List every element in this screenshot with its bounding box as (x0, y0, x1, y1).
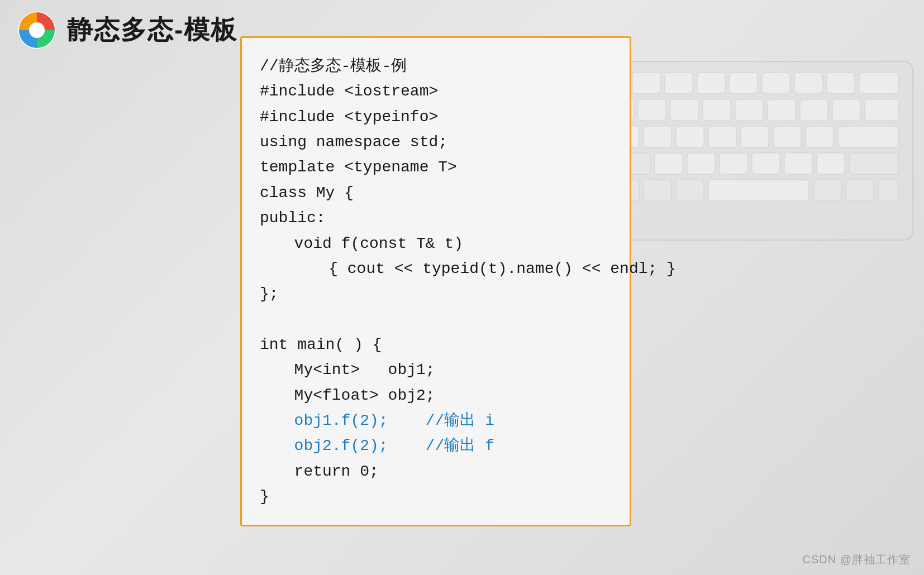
code-line-5: template <typename T> (260, 155, 612, 180)
code-line-1: //静态多态-模板-例 (260, 54, 612, 79)
svg-rect-37 (676, 180, 704, 201)
code-line-4: using namespace std; (260, 130, 612, 155)
svg-rect-8 (827, 73, 855, 94)
svg-rect-14 (735, 99, 763, 121)
svg-rect-23 (741, 126, 769, 147)
code-box: //静态多态-模板-例 #include <iostream> #include… (240, 36, 631, 526)
code-line-14: My<float> obj2; (260, 383, 612, 408)
svg-rect-7 (794, 73, 822, 94)
code-line-15: obj1.f(2); //输出 i (260, 408, 612, 433)
svg-rect-22 (708, 126, 736, 147)
svg-rect-5 (730, 73, 758, 94)
svg-rect-26 (838, 126, 898, 147)
svg-rect-6 (762, 73, 790, 94)
svg-rect-13 (703, 99, 731, 121)
logo-icon (17, 10, 57, 50)
code-line-6: class My { (260, 180, 612, 205)
svg-rect-24 (773, 126, 801, 147)
svg-rect-33 (817, 153, 845, 174)
svg-rect-21 (676, 126, 704, 147)
code-line-8: void f(const T& t) (260, 231, 612, 256)
svg-rect-28 (655, 153, 683, 174)
svg-point-43 (29, 22, 45, 38)
code-line-17: return 0; (260, 459, 612, 484)
watermark: CSDN @胖袖工作室 (802, 552, 911, 567)
svg-rect-9 (859, 73, 898, 94)
svg-rect-25 (806, 126, 833, 147)
svg-rect-15 (768, 99, 796, 121)
code-line-9: { cout << typeid(t).name() << endl; } (260, 256, 612, 281)
code-line-blank (260, 307, 612, 332)
svg-rect-20 (644, 126, 671, 147)
code-line-13: My<int> obj1; (260, 357, 612, 382)
code-line-16: obj2.f(2); //输出 f (260, 433, 612, 458)
svg-rect-3 (665, 73, 693, 94)
svg-rect-31 (752, 153, 780, 174)
svg-rect-38 (708, 180, 809, 201)
svg-rect-40 (846, 180, 874, 201)
svg-rect-17 (832, 99, 860, 121)
code-line-2: #include <iostream> (260, 79, 612, 104)
code-line-7: public: (260, 205, 612, 231)
svg-rect-32 (784, 153, 812, 174)
svg-rect-39 (813, 180, 841, 201)
svg-rect-4 (697, 73, 725, 94)
code-line-12: int main( ) { (260, 332, 612, 357)
code-line-10: }; (260, 281, 612, 306)
svg-rect-36 (644, 180, 671, 201)
svg-rect-34 (849, 153, 898, 174)
svg-rect-2 (632, 73, 660, 94)
svg-rect-18 (865, 99, 898, 121)
code-line-3: #include <typeinfo> (260, 104, 612, 130)
svg-rect-41 (878, 180, 898, 201)
svg-rect-11 (638, 99, 666, 121)
svg-rect-16 (800, 99, 828, 121)
svg-rect-12 (670, 99, 698, 121)
svg-rect-29 (687, 153, 715, 174)
page-title: 静态多态-模板 (67, 13, 237, 47)
code-content: //静态多态-模板-例 #include <iostream> #include… (260, 54, 612, 509)
code-line-18: } (260, 484, 612, 509)
svg-rect-30 (720, 153, 747, 174)
header: 静态多态-模板 (17, 10, 237, 50)
